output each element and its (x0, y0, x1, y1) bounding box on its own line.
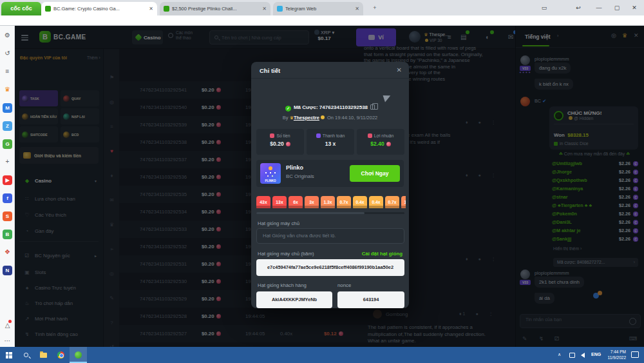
vip-crown-icon[interactable]: ♛ (0, 85, 15, 94)
game-studio: BC Originals (286, 173, 314, 179)
server-seed-label: Hạt giống máy chủ (258, 221, 299, 226)
taskbar-search[interactable] (17, 347, 35, 363)
bet-id-row: ✓Mã Cược: 74762341103292538 (251, 104, 409, 112)
messenger-icon[interactable]: M (3, 103, 12, 113)
chrome-icon[interactable] (52, 347, 70, 363)
bet-details-modal: Chi tiết ✕ ✓Mã Cược: 74762341103292538 B… (251, 62, 409, 308)
stat-icon (270, 133, 274, 138)
plinko-pegs (264, 172, 277, 178)
maximize-button[interactable]: ▢ (609, 0, 625, 15)
multiplier-chip[interactable]: 13x (272, 196, 287, 208)
app-icon[interactable]: N (3, 266, 12, 275)
coccoc-taskbar-icon[interactable] (70, 347, 87, 363)
verified-shield-icon: ✓ (285, 106, 291, 112)
multiplier-chip[interactable]: 0.7x (337, 196, 351, 208)
tab-title: BC.Game: Crypto Casino Ga... (53, 6, 146, 12)
multiplier-chip[interactable]: 1.3x (321, 196, 335, 208)
share-icon[interactable] (383, 93, 392, 103)
network-icon[interactable] (569, 353, 575, 358)
bet-byline: By ♛Thespectre On 19:44:10, 9/11/2022 (251, 115, 409, 121)
copy-icon[interactable] (370, 104, 375, 110)
tab-close-icon[interactable]: ✕ (149, 6, 153, 12)
notification-red-dot (8, 320, 12, 323)
tray-expand-icon[interactable]: ∧ (558, 352, 561, 357)
multiplier-chip[interactable]: 6x (289, 196, 303, 208)
multiplier-chip[interactable]: 1.3x (401, 196, 406, 208)
tab-favicon (277, 6, 283, 12)
games-icon[interactable]: G (3, 139, 12, 149)
browser-tab[interactable]: BC.Game: Crypto Casino Ga...✕ (41, 2, 157, 15)
player-link[interactable]: Thespectre (294, 115, 319, 121)
nonce-field[interactable]: 643194 (337, 291, 404, 308)
notifications-bell-icon[interactable]: △ (0, 321, 15, 330)
coccoc-sidebar: ⚙↺≡♛MZG+▶fSB❖N△⋯ (0, 26, 15, 347)
stat-icon (368, 133, 372, 138)
stat-box-payout: Thanh toán13 x (307, 129, 354, 155)
start-button[interactable] (0, 347, 17, 363)
close-window-button[interactable]: ✕ (627, 0, 642, 15)
nonce-label: nonce (337, 282, 351, 288)
add-icon[interactable]: + (0, 157, 15, 166)
browser-tab[interactable]: $2,500 Prestige Plinko Chall...✕ (160, 2, 270, 15)
modal-title: Chi tiết (260, 67, 280, 74)
browser-tab[interactable]: Telegram Web✕ (273, 2, 363, 15)
game-name[interactable]: Plinko (286, 164, 303, 171)
tab-close-icon[interactable]: ✕ (262, 6, 267, 12)
facebook-icon[interactable]: f (3, 193, 12, 203)
taskbar-clock[interactable]: 7:44 PM11/9/2022 (608, 349, 626, 360)
tab-close-icon[interactable]: ✕ (355, 6, 359, 12)
language-indicator[interactable]: ENG (591, 352, 601, 357)
stat-value: $0.20 (256, 141, 304, 147)
coin-icon (286, 142, 290, 146)
coin-icon (386, 142, 391, 146)
stat-box-profit: Lợi nhuận$2.40 (357, 129, 404, 155)
restore-session-icon[interactable]: ↩ (571, 0, 586, 15)
multiplier-chip[interactable]: 0.7x (385, 196, 399, 208)
play-now-button[interactable]: Chơi Ngay (350, 165, 400, 182)
youtube-icon[interactable]: ▶ (3, 175, 12, 185)
store-icon[interactable]: B (3, 230, 12, 239)
history-icon[interactable]: ↺ (0, 49, 15, 58)
multiplier-chip[interactable]: 3x (305, 196, 319, 208)
server-seed-field[interactable]: Hạt Giống vẫn chưa được tiết lộ. (256, 228, 404, 244)
minimize-button[interactable]: — (591, 0, 607, 15)
game-card: PLINKO Plinko BC Originals Chơi Ngay (256, 160, 404, 187)
new-tab-button[interactable]: + (367, 0, 383, 15)
more-icon[interactable]: ⋯ (0, 337, 15, 346)
browser-tabstrip: cốc cốc BC.Game: Crypto Casino Ga...✕$2,… (0, 0, 644, 15)
action-center-icon[interactable] (631, 351, 639, 358)
tab-title: $2,500 Prestige Plinko Chall... (172, 6, 260, 12)
server-seed-hash-field[interactable]: e7c459474fa77ae5ce9e6218f5f8ceff4086f991… (256, 259, 404, 276)
server-seed-hash-label: Hạt giống máy chủ (băm) (258, 251, 314, 257)
file-explorer-icon[interactable] (35, 347, 52, 363)
screen: cốc cốc BC.Game: Crypto Casino Ga...✕$2,… (0, 0, 644, 363)
browser-toolbar (0, 15, 644, 26)
coccoc-menu-button[interactable]: cốc cốc (1, 2, 41, 15)
medal-icon (321, 115, 325, 119)
multiplier-chip[interactable]: 43x (256, 196, 270, 208)
client-seed-label: Hạt giống khách hàng (258, 282, 307, 288)
stat-value: $2.40 (357, 141, 404, 147)
plinko-thumbnail[interactable]: PLINKO (260, 163, 281, 184)
tab-preview-icon[interactable]: ▭ (536, 0, 552, 15)
stat-box-amount: Số tiền$0.20 (256, 129, 304, 155)
multiplier-chip[interactable]: 0.4x (369, 196, 383, 208)
game-app-icon[interactable]: ❖ (0, 248, 15, 257)
multiplier-scrollbar-thumb[interactable] (256, 212, 365, 214)
stat-label: Số tiền (256, 133, 304, 138)
multiplier-chip[interactable]: 0.4x (353, 196, 367, 208)
multiplier-row: 43x13x6x3x1.3x0.7x0.4x0.4x0.7x1.3x (256, 195, 406, 208)
volume-icon[interactable] (581, 353, 585, 358)
stat-label: Thanh toán (307, 133, 354, 138)
zalo-icon[interactable]: Z (3, 121, 12, 131)
settings-icon[interactable]: ⚙ (0, 31, 15, 40)
reading-list-icon[interactable]: ≡ (0, 67, 15, 76)
shopee-icon[interactable]: S (3, 211, 12, 221)
stat-value: 13 x (307, 141, 354, 147)
client-seed-field[interactable]: AkiA4XKKPJMYeNb (256, 291, 332, 308)
modal-close-icon[interactable]: ✕ (397, 66, 402, 74)
stat-icon (316, 133, 321, 138)
set-seed-link[interactable]: Cài đặt hạt giống (362, 251, 402, 257)
stat-label: Lợi nhuận (357, 133, 404, 138)
tab-favicon (164, 6, 169, 12)
